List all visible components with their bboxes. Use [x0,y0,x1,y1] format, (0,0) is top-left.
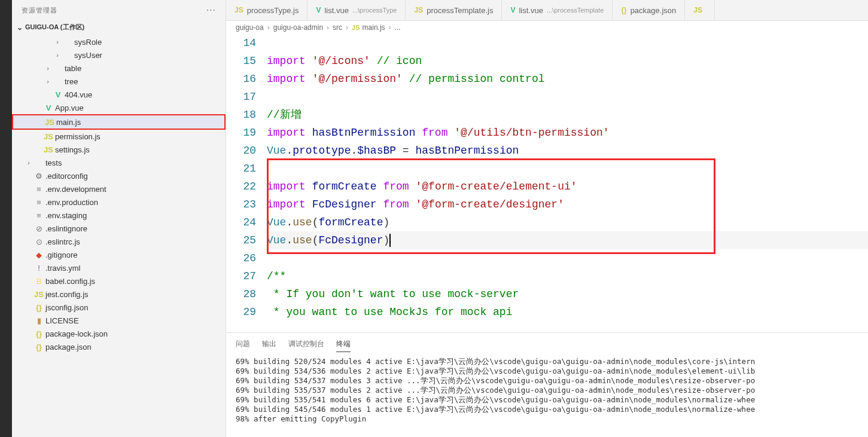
panel-tab[interactable]: 调试控制台 [288,337,324,352]
file-tree: ›sysRole›sysUser›table›treeV404.vueVApp.… [12,34,226,437]
breadcrumb-part[interactable]: guigu-oa-admin [273,23,323,32]
tree-item[interactable]: ›table [12,62,226,75]
tree-item[interactable]: ⊙.eslintrc.js [12,235,226,248]
panel-tab[interactable]: 问题 [236,337,250,352]
tree-item[interactable]: {}jsconfig.json [12,301,226,314]
file-icon: ⊙ [33,237,44,246]
tree-item-label: sysRole [74,38,221,47]
tree-item[interactable]: JSpermission.js [12,130,226,143]
editor-tab[interactable]: JSprocessTemplate.js [406,0,502,20]
code-line[interactable]: * you want to use MockJs for mock api [267,303,868,321]
tree-item-label: .editorconfig [45,172,221,181]
editor-tab[interactable]: JS [685,0,715,20]
tree-item[interactable]: ◆.gitignore [12,248,226,261]
breadcrumb-part[interactable]: src [333,23,342,32]
explorer-header: 资源管理器 ··· [12,0,226,20]
tab-hint: ...\processTemplate [547,7,604,14]
tree-item-label: jest.config.js [45,290,221,299]
workspace-header[interactable]: ⌄ GUIGU-OA (工作区) [12,20,226,34]
file-icon: ⚙ [33,172,44,181]
file-icon: B [33,277,44,286]
tree-item[interactable]: VApp.vue [12,101,226,114]
code-line[interactable]: * If you don't want to use mock-server [267,285,868,303]
tree-item-label: tests [45,158,221,167]
file-icon: ≡ [33,185,44,194]
code-line[interactable]: import hasBtnPermission from '@/utils/bt… [267,124,868,142]
editor-tab[interactable]: JSprocessType.js [226,0,307,20]
tree-item-label: babel.config.js [45,277,221,286]
file-icon: JS [43,132,54,141]
breadcrumb[interactable]: guigu-oa›guigu-oa-admin›src›JSmain.js›..… [226,21,868,34]
code-line[interactable] [267,34,868,52]
tree-item[interactable]: JSmain.js [12,114,226,130]
tree-item[interactable]: {}package.json [12,340,226,353]
chevron-icon: › [53,51,62,59]
file-icon: JS [414,6,423,14]
tree-item-label: permission.js [55,132,221,141]
breadcrumb-part[interactable]: guigu-oa [236,23,264,32]
tree-item[interactable]: ≡.env.staging [12,209,226,222]
tree-item[interactable]: ⚙.editorconfig [12,169,226,182]
code-line[interactable]: import FcDesigner from '@form-create/des… [267,195,868,213]
code-line[interactable]: Vue.use(formCreate) [267,213,868,231]
code-line[interactable]: Vue.prototype.$hasBP = hasBtnPermission [267,142,868,160]
code-line[interactable]: import '@/permission' // permission cont… [267,70,868,88]
editor-tab[interactable]: Vlist.vue...\processType [307,0,406,20]
code-content[interactable]: import '@/icons' // iconimport '@/permis… [267,34,868,332]
tab-label: processType.js [247,6,299,15]
terminal-output[interactable]: 69% building 520/524 modules 4 active E:… [226,352,868,437]
activity-bar[interactable] [0,0,12,437]
breadcrumb-file[interactable]: main.js [363,23,385,32]
file-icon: ≡ [33,198,44,207]
file-icon: ▮ [33,316,44,325]
tree-item-label: sysUser [74,51,221,60]
code-line[interactable] [267,88,868,106]
code-line[interactable]: import formCreate from '@form-create/ele… [267,178,868,195]
tree-item-label: jsconfig.json [45,303,221,312]
file-icon: ! [33,264,44,273]
panel-tab[interactable]: 终端 [336,337,351,352]
file-icon: {} [621,6,626,14]
tree-item[interactable]: Bbabel.config.js [12,274,226,288]
tree-item-label: .eslintignore [45,224,221,233]
code-editor[interactable]: 14151617181920212223242526272829 import … [226,34,868,332]
tree-item[interactable]: JSsettings.js [12,143,226,156]
code-line[interactable]: /** [267,267,868,285]
file-icon: {} [33,303,44,312]
tree-item[interactable]: ⊘.eslintignore [12,222,226,235]
code-line[interactable] [267,249,868,267]
code-line[interactable]: import '@/icons' // icon [267,52,868,70]
chevron-icon: › [43,65,53,72]
file-icon: JS [352,24,360,31]
chevron-down-icon: ⌄ [17,23,23,32]
tree-item[interactable]: !.travis.yml [12,261,226,274]
tree-item[interactable]: ›tests [12,156,226,169]
tree-item[interactable]: ≡.env.development [12,182,226,195]
panel-tabs: 问题输出调试控制台终端 [226,333,868,352]
tree-item[interactable]: ›tree [12,75,226,88]
file-icon: ◆ [33,250,44,259]
code-line[interactable]: Vue.use(FcDesigner) [267,231,868,249]
tree-item[interactable]: V404.vue [12,88,226,101]
editor-tab[interactable]: {}package.json [613,0,685,20]
tree-item[interactable]: ›sysRole [12,35,226,48]
code-line[interactable]: //新增 [267,106,868,124]
chevron-icon: › [53,38,62,45]
tree-item[interactable]: ›sysUser [12,48,226,62]
file-icon: JS [693,6,702,14]
tree-item-label: App.vue [55,103,221,112]
tree-item[interactable]: ≡.env.production [12,195,226,209]
tree-item[interactable]: {}package-lock.json [12,327,226,340]
tree-item-label: .gitignore [45,250,221,259]
tree-item[interactable]: JSjest.config.js [12,288,226,301]
file-icon: ≡ [33,211,44,220]
breadcrumb-trail: ... [395,23,401,32]
more-icon[interactable]: ··· [206,5,216,16]
sidebar: 资源管理器 ··· ⌄ GUIGU-OA (工作区) ›sysRole›sysU… [12,0,226,437]
tree-item[interactable]: ▮LICENSE [12,314,226,327]
tab-label: package.json [631,6,677,15]
editor-tab[interactable]: Vlist.vue...\processTemplate [502,0,613,20]
code-line[interactable] [267,160,868,178]
file-icon: JS [43,145,54,154]
panel-tab[interactable]: 输出 [262,337,276,352]
